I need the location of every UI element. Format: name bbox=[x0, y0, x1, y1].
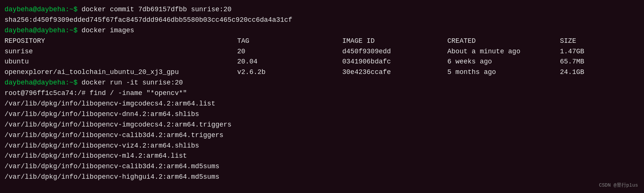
output-line-5: /var/lib/dpkg/info/libopencv-viz4.2:arm6… bbox=[5, 141, 637, 151]
command-line-2: daybeha@daybeha:~$ docker images bbox=[5, 26, 637, 36]
row2-tag: 20.04 bbox=[237, 57, 342, 67]
output-line-3: /var/lib/dpkg/info/libopencv-imgcodecs4.… bbox=[5, 120, 637, 130]
row1-repo: sunrise bbox=[5, 47, 237, 57]
row3-tag: v2.6.2b bbox=[237, 67, 342, 78]
table-row: openexplorer/ai_toolchain_ubuntu_20_xj3_… bbox=[5, 67, 637, 78]
watermark: CSDN @昱行plus bbox=[599, 182, 638, 189]
prompt-3: daybeha@daybeha:~$ bbox=[5, 79, 77, 86]
command-2: docker images bbox=[77, 27, 134, 34]
row1-size: 1.47GB bbox=[560, 47, 620, 57]
output-line-8: /var/lib/dpkg/info/libopencv-highgui4.2:… bbox=[5, 172, 637, 182]
row1-imageid: d450f9309edd bbox=[342, 47, 447, 57]
table-row: ubuntu 20.04 0341906bdafc 6 weeks ago 65… bbox=[5, 57, 637, 67]
sha-output: sha256:d450f9309edded745f67fac8457ddd964… bbox=[5, 15, 637, 26]
header-imageid: IMAGE ID bbox=[342, 36, 447, 47]
output-find-cmd: root@796ff1c5ca74:/# find / -iname "*ope… bbox=[5, 88, 637, 99]
row1-created: About a minute ago bbox=[447, 47, 560, 57]
table-header: REPOSITORY TAG IMAGE ID CREATED SIZE bbox=[5, 36, 637, 47]
row3-size: 24.1GB bbox=[560, 67, 620, 78]
command-line-1: daybeha@daybeha:~$ docker commit 7db6915… bbox=[5, 5, 637, 15]
header-repo: REPOSITORY bbox=[5, 36, 237, 47]
output-line-6: /var/lib/dpkg/info/libopencv-ml4.2:arm64… bbox=[5, 151, 637, 161]
output-line-1: /var/lib/dpkg/info/libopencv-imgcodecs4.… bbox=[5, 99, 637, 109]
row3-imageid: 30e4236ccafe bbox=[342, 67, 447, 78]
header-size: SIZE bbox=[560, 36, 620, 47]
row2-size: 65.7MB bbox=[560, 57, 620, 67]
output-line-2: /var/lib/dpkg/info/libopencv-dnn4.2:arm6… bbox=[5, 109, 637, 120]
row1-tag: 20 bbox=[237, 47, 342, 57]
row2-created: 6 weeks ago bbox=[447, 57, 560, 67]
row3-created: 5 months ago bbox=[447, 67, 560, 78]
command-1: docker commit 7db69157dfbb sunrise:20 bbox=[77, 6, 231, 13]
output-line-4: /var/lib/dpkg/info/libopencv-calib3d4.2:… bbox=[5, 130, 637, 141]
prompt-2: daybeha@daybeha:~$ bbox=[5, 27, 77, 34]
header-tag: TAG bbox=[237, 36, 342, 47]
row3-repo: openexplorer/ai_toolchain_ubuntu_20_xj3_… bbox=[5, 67, 237, 78]
prompt-1: daybeha@daybeha:~$ bbox=[5, 6, 77, 13]
command-line-3: daybeha@daybeha:~$ docker run -it sunris… bbox=[5, 78, 637, 88]
row2-repo: ubuntu bbox=[5, 57, 237, 67]
table-row: sunrise 20 d450f9309edd About a minute a… bbox=[5, 47, 637, 57]
output-line-7: /var/lib/dpkg/info/libopencv-calib3d4.2:… bbox=[5, 161, 637, 172]
header-created: CREATED bbox=[447, 36, 560, 47]
command-3: docker run -it sunrise:20 bbox=[77, 79, 183, 86]
row2-imageid: 0341906bdafc bbox=[342, 57, 447, 67]
terminal: daybeha@daybeha:~$ docker commit 7db6915… bbox=[5, 5, 637, 182]
